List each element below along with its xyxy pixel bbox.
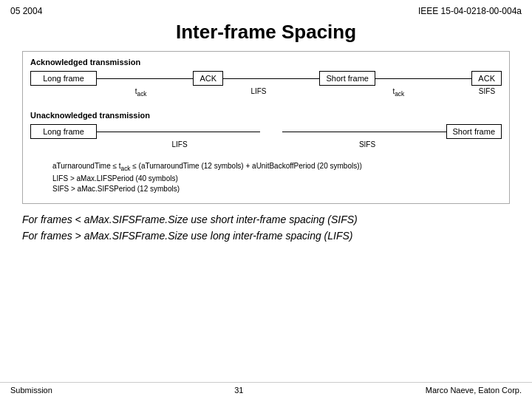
main-text-area: For frames < aMax.SIFSFrame.Size use sho… [22, 211, 510, 245]
main-text-line2: For frames > aMax.SIFSFrame.Size use lon… [22, 228, 510, 244]
timing-sifs-2: SIFS [359, 140, 375, 149]
unack-section: Unacknowledged transmission Long frame S… [30, 111, 502, 157]
footer: Submission 31 Marco Naeve, Eaton Corp. [0, 382, 532, 395]
ack-label: Acknowledged transmission [30, 58, 502, 66]
unack-label: Unacknowledged transmission [30, 111, 502, 120]
ack-section: Acknowledged transmission Long frame ACK… [30, 58, 502, 103]
footnote-area: aTurnaroundTime ≤ tack ≤ (aTurnaroundTim… [52, 161, 480, 194]
footer-right: Marco Naeve, Eaton Corp. [426, 386, 522, 395]
ack-box-2: ACK [471, 71, 502, 86]
diagram-area: Acknowledged transmission Long frame ACK… [22, 51, 510, 204]
timing-tack-1: tack [135, 87, 147, 98]
long-frame-box-1: Long frame [30, 71, 97, 86]
header-right: IEEE 15-04-0218-00-004a [418, 6, 522, 16]
header: 05 2004 IEEE 15-04-0218-00-004a [0, 0, 532, 19]
timing-lifs-1: LIFS [250, 87, 266, 95]
footnote-3: SIFS > aMac.SIFSPeriod (12 symbols) [52, 184, 480, 194]
footer-left: Submission [10, 386, 52, 395]
footnote-1: aTurnaroundTime ≤ tack ≤ (aTurnaroundTim… [52, 161, 480, 174]
footnote-2: LIFS > aMax.LIFSPeriod (40 symbols) [52, 174, 480, 184]
main-text-line1: For frames < aMax.SIFSFrame.Size use sho… [22, 211, 510, 228]
long-frame-box-2: Long frame [30, 124, 97, 139]
ack-box-1: ACK [193, 71, 223, 86]
short-frame-box-2: Short frame [446, 124, 502, 139]
footer-center: 31 [234, 386, 243, 395]
timing-lifs-2: LIFS [171, 140, 187, 149]
short-frame-box-1: Short frame [319, 71, 375, 86]
timing-sifs-1: SIFS [479, 87, 495, 95]
page-title: Inter-frame Spacing [0, 21, 532, 44]
timing-tack-2: tack [392, 87, 404, 98]
header-left: 05 2004 [10, 6, 42, 16]
